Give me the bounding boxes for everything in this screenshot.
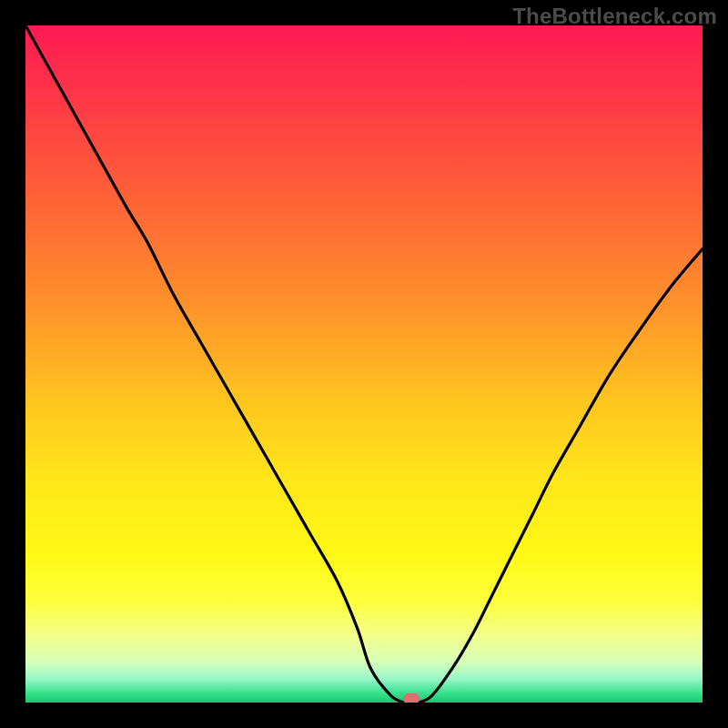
chart-frame: TheBottleneck.com [0, 0, 728, 728]
optimal-marker [403, 693, 420, 703]
plot-area [25, 25, 703, 703]
watermark-text: TheBottleneck.com [512, 4, 717, 29]
bottleneck-curve [25, 25, 703, 703]
